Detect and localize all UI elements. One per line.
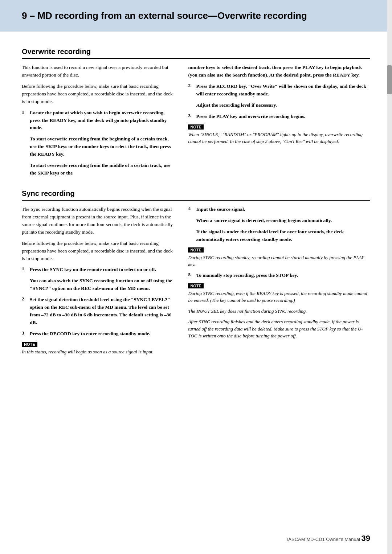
sync-col-right: 4 Input the source signal. When a source… xyxy=(188,206,370,359)
sync-step4-main: Input the source signal. xyxy=(196,206,245,212)
sync-step4-sub1: When a source signal is detected, record… xyxy=(196,217,370,225)
step1-sub1-text: To start overwrite recording from the be… xyxy=(30,136,171,157)
step1-content: Locate the point at which you wish to be… xyxy=(30,109,175,132)
sync-step1-content: Press the SYNC key on the remote control… xyxy=(30,266,156,274)
sync-note3: NOTE During SYNC recording, even if the … xyxy=(188,283,370,340)
header-banner: 9 – MD recording from an external source… xyxy=(0,0,392,32)
sync-note3-text2: The INPUT SEL key does not function duri… xyxy=(188,308,370,315)
step2-main-text: Press the RECORD key, "Over Write" will … xyxy=(196,83,366,97)
overwrite-intro1: This function is used to record a new si… xyxy=(22,64,175,79)
overwrite-two-col: This function is used to record a new si… xyxy=(22,64,370,181)
sync-intro2: Before following the procedure below, ma… xyxy=(22,240,175,263)
sync-note2-text: During SYNC recording standby, recording… xyxy=(188,254,370,268)
page-number: 39 xyxy=(362,534,370,543)
overwrite-step1-sub1: To start overwrite recording from the be… xyxy=(30,135,175,158)
sync-step2: 2 Set the signal detection threshold lev… xyxy=(22,296,175,327)
overwrite-heading: Overwrite recording xyxy=(22,48,370,59)
sync-step4-sub2-text: If the signal is under the threshold lev… xyxy=(196,229,344,242)
sync-note1: NOTE In this status, recording will begi… xyxy=(22,341,175,356)
sync-note2-label: NOTE xyxy=(188,247,204,253)
sync-step5-main: To manually stop recording, press the ST… xyxy=(196,272,298,278)
page-title: 9 – MD recording from an external source… xyxy=(22,10,370,21)
overwrite-step2: 2 Press the RECORD key, "Over Write" wil… xyxy=(188,83,370,98)
sync-heading: Sync recording xyxy=(22,189,370,201)
overwrite-note-label: NOTE xyxy=(188,124,204,130)
sync-note3-label: NOTE xyxy=(188,283,204,288)
sync-note3-text3: After SYNC recording finishes and the de… xyxy=(188,318,370,340)
sync-step3: 3 Press the RECORD key to enter recordin… xyxy=(22,330,175,338)
overwrite-intro2: Before following the procedure below, ma… xyxy=(22,83,175,106)
sync-step1-sub: You can also switch the SYNC recording f… xyxy=(30,277,175,292)
sync-step2-main: Set the signal detection threshold level… xyxy=(30,297,171,325)
step1-sub2-cont-text: number keys to select the desired track,… xyxy=(188,65,362,78)
sync-note2: NOTE During SYNC recording standby, reco… xyxy=(188,247,370,268)
overwrite-note: NOTE When "SINGLE," "RANDOM" or "PROGRAM… xyxy=(188,124,370,145)
step1-num: 1 xyxy=(22,109,27,132)
content-area: Overwrite recording This function is use… xyxy=(0,32,392,381)
sync-step4-content: Input the source signal. xyxy=(196,206,245,213)
sync-section: Sync recording The Sync recording functi… xyxy=(22,189,370,359)
page-container: 9 – MD recording from an external source… xyxy=(0,0,392,554)
overwrite-col-left: This function is used to record a new si… xyxy=(22,64,175,181)
step2-content: Press the RECORD key, "Over Write" will … xyxy=(196,83,370,98)
step2-sub-text: Adjust the recording level if necessary. xyxy=(196,102,277,108)
sync-step3-num: 3 xyxy=(22,330,27,338)
sync-step1-main: Press the SYNC key on the remote control… xyxy=(30,267,156,272)
overwrite-note-text: When "SINGLE," "RANDOM" or "PROGRAM" lig… xyxy=(188,131,370,145)
page-footer: TASCAM MD-CD1 Owner's Manual 39 xyxy=(286,534,370,543)
scrollbar-thumb[interactable] xyxy=(387,65,392,94)
sync-step4-sub1-text: When a source signal is detected, record… xyxy=(196,218,332,223)
sync-step3-main: Press the RECORD key to enter recording … xyxy=(30,331,150,336)
sync-two-col: The Sync recording function automaticall… xyxy=(22,206,370,359)
sync-intro1: The Sync recording function automaticall… xyxy=(22,206,175,236)
step3-main-text: Press the PLAY key and overwrite recordi… xyxy=(196,114,305,119)
step3-content: Press the PLAY key and overwrite recordi… xyxy=(196,113,305,120)
sync-step4-sub2: If the signal is under the threshold lev… xyxy=(196,228,370,243)
sync-step5-num: 5 xyxy=(188,272,193,279)
sync-step1-num: 1 xyxy=(22,266,27,274)
sync-note1-text: In this status, recording will begin as … xyxy=(22,348,175,356)
sync-step4: 4 Input the source signal. xyxy=(188,206,370,213)
sync-step5-content: To manually stop recording, press the ST… xyxy=(196,272,298,279)
sync-step5: 5 To manually stop recording, press the … xyxy=(188,272,370,279)
overwrite-step1: 1 Locate the point at which you wish to … xyxy=(22,109,175,132)
step3-num: 3 xyxy=(188,113,193,120)
overwrite-col-right: number keys to select the desired track,… xyxy=(188,64,370,181)
sync-note3-text1: During SYNC recording, even if the READY… xyxy=(188,290,370,304)
overwrite-step2-sub: Adjust the recording level if necessary. xyxy=(196,102,370,109)
scrollbar-track[interactable] xyxy=(387,0,392,554)
footer-text: TASCAM MD-CD1 Owner's Manual xyxy=(286,537,360,542)
overwrite-section: Overwrite recording This function is use… xyxy=(22,48,370,181)
sync-col-left: The Sync recording function automaticall… xyxy=(22,206,175,359)
sync-step1: 1 Press the SYNC key on the remote contr… xyxy=(22,266,175,274)
sync-step2-content: Set the signal detection threshold level… xyxy=(30,296,175,327)
step1-sub2-start-text: To start overwrite recording from the mi… xyxy=(30,163,170,176)
sync-step2-num: 2 xyxy=(22,296,27,327)
sync-step1-sub-text: You can also switch the SYNC recording f… xyxy=(30,278,172,291)
overwrite-step1-sub2-start: To start overwrite recording from the mi… xyxy=(30,162,175,177)
sync-step3-content: Press the RECORD key to enter recording … xyxy=(30,330,150,338)
sync-step4-num: 4 xyxy=(188,206,193,213)
overwrite-step3: 3 Press the PLAY key and overwrite recor… xyxy=(188,113,370,120)
step2-num: 2 xyxy=(188,83,193,98)
sync-note1-label: NOTE xyxy=(22,342,37,347)
step1-main-text: Locate the point at which you wish to be… xyxy=(30,110,167,131)
overwrite-step1-sub2-cont: number keys to select the desired track,… xyxy=(188,64,370,79)
